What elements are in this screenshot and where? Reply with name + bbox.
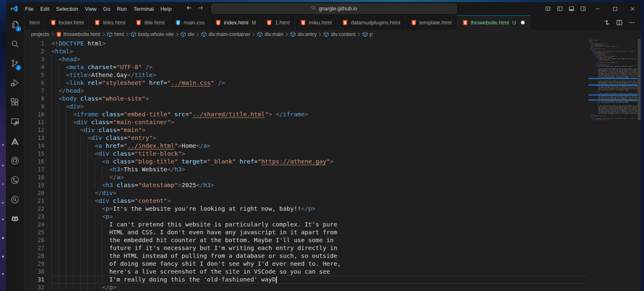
html5-icon (136, 19, 142, 26)
breadcrumb-item-div-content[interactable]: div.content (323, 31, 356, 37)
breadcrumb-item-div-main-container[interactable]: div.main-container (201, 31, 250, 37)
code-line[interactable]: 8<body class="whole-site"> (24, 95, 586, 103)
tab-title-html[interactable]: title.html (131, 15, 169, 30)
cube-icon (131, 31, 136, 37)
code-line[interactable]: 14<a href="../index.html">Home</a> (24, 142, 586, 150)
activity-bar: 12 (6, 15, 24, 291)
code-text: of doing some fancy shit I don't see why… (51, 260, 586, 268)
code-line[interactable]: 32</p> (24, 284, 586, 291)
menu-file[interactable]: File (22, 5, 37, 13)
tab-footer-html[interactable]: footer.html (45, 15, 90, 30)
activity-gitlens[interactable] (6, 171, 24, 190)
tab-main-css[interactable]: main.css (170, 15, 210, 30)
code-line[interactable]: 22<p>It's the website you're looking at … (24, 205, 586, 213)
menu-edit[interactable]: Edit (37, 5, 53, 13)
activity-code-search[interactable] (6, 190, 24, 210)
menu-view[interactable]: View (82, 5, 100, 13)
code-line[interactable]: 2<html> (24, 48, 586, 55)
back-arrow-icon[interactable] (186, 5, 194, 13)
toggle-primary-sidebar-icon[interactable] (554, 3, 566, 14)
breadcrumb-item-thiswebsite-html[interactable]: thiswebsite.html (56, 31, 100, 37)
tab-label: html (29, 19, 40, 26)
menu-terminal[interactable]: Terminal (130, 5, 157, 13)
activity-extensions[interactable] (6, 93, 24, 113)
breadcrumb-item-p[interactable]: p (362, 31, 373, 37)
code-line[interactable]: 6<link rel="stylesheet" href="../main.cs… (24, 79, 586, 87)
breadcrumb-item-div[interactable]: div (180, 31, 194, 37)
minimize-button[interactable] (589, 2, 606, 15)
code-line[interactable]: 15<div class="title-block"> (24, 150, 586, 158)
tab-1-html[interactable]: 1.html (261, 15, 295, 30)
customize-layout-icon[interactable] (542, 3, 554, 14)
activity-github[interactable] (6, 152, 24, 171)
code-line[interactable]: 20</div> (24, 189, 586, 197)
menu-run[interactable]: Run (114, 5, 130, 13)
close-button[interactable] (624, 2, 641, 15)
activity-explorer[interactable]: 1 (6, 15, 24, 35)
more-actions-icon[interactable] (625, 17, 638, 29)
code-line[interactable]: 23<p> (24, 213, 586, 221)
code-line[interactable]: 30here's a live screenshot of the site i… (24, 268, 586, 276)
fold-gutter (44, 158, 51, 166)
code-line[interactable]: 17<h3>This Website</h3> (24, 166, 586, 173)
run-and-debug-icon (10, 78, 20, 89)
toggle-panel-icon[interactable] (566, 3, 577, 14)
tab-template-html[interactable]: template.html (406, 15, 457, 30)
fold-gutter (44, 221, 51, 228)
tab-index-html[interactable]: index.htmlM (210, 15, 261, 30)
activity-run-and-debug[interactable] (6, 74, 24, 93)
tab-links-html[interactable]: links.html (89, 15, 131, 30)
fold-gutter (44, 71, 51, 79)
code-line[interactable]: 4<meta charset="UTF-8" /> (24, 63, 586, 71)
activity-remote-explorer[interactable] (6, 113, 24, 132)
minimap[interactable]: <!DOCTYPE html><html><head><meta charset… (588, 40, 637, 291)
code-line[interactable]: 29of doing some fancy shit I don't see w… (24, 260, 586, 268)
code-line[interactable]: 16<a class="blog-title" target="_blank" … (24, 158, 586, 166)
tab-html[interactable]: html (24, 15, 45, 30)
menu-help[interactable]: Help (157, 5, 175, 13)
breadcrumb-item-projects[interactable]: projects (31, 31, 49, 37)
code-line[interactable]: 13<div class="entry"> (24, 134, 586, 142)
activity-a-extension[interactable] (6, 132, 24, 152)
code-line[interactable]: 5<title>Athene.Gay</title> (24, 71, 586, 79)
breadcrumb-item-div-main[interactable]: div.main (257, 31, 283, 37)
breadcrumb-item-div-entry[interactable]: div.entry (290, 31, 317, 37)
code-line[interactable]: 3<head> (24, 55, 586, 63)
code-line[interactable]: 24I can't pretend this website is partic… (24, 221, 586, 228)
code-line[interactable]: 19<h3 class="datestamp">2025</h3> (24, 181, 586, 189)
maximize-button[interactable] (606, 2, 624, 15)
code-line[interactable]: 12<div class="main"> (24, 126, 586, 134)
code-line[interactable]: 10<iframe class="embed-title" src="../sh… (24, 111, 586, 118)
code-line[interactable]: 9<div> (24, 103, 586, 111)
code-line[interactable]: 25HTML and CSS. I don't even have any ja… (24, 228, 586, 236)
tab-thiswebsite-html[interactable]: thiswebsite.htmlU (457, 15, 530, 30)
breadcrumb-item-body-whole-site[interactable]: body.whole-site (131, 31, 174, 37)
activity-godot-tools[interactable] (6, 210, 24, 229)
editor-scrollbar[interactable] (638, 39, 641, 120)
tab-miku-html[interactable]: miku.html (295, 15, 337, 30)
fold-gutter (44, 236, 51, 244)
activity-search[interactable] (6, 35, 24, 54)
code-line[interactable]: 1<!DOCTYPE html> (24, 40, 586, 48)
cube-icon (290, 31, 296, 37)
forward-arrow-icon[interactable] (197, 5, 206, 13)
toggle-secondary-sidebar-icon[interactable] (577, 3, 589, 14)
code-line[interactable]: 21<div class="content"> (24, 197, 586, 205)
code-line[interactable]: 31I'm really doing this the 'old-fashion… (24, 276, 586, 284)
menu-selection[interactable]: Selection (53, 5, 81, 13)
command-center-search[interactable]: gnargle.github.io (211, 4, 457, 14)
fold-gutter (44, 284, 51, 291)
code-line[interactable]: 18</a> (24, 173, 586, 181)
code-line[interactable]: 27future if it's necessary but I'm writi… (24, 244, 586, 252)
activity-source-control[interactable]: 2 (6, 54, 24, 74)
tab-dalamudplugins-html[interactable]: dalamudplugins.html (337, 15, 405, 30)
breadcrumb-item-html[interactable]: html (107, 31, 124, 37)
code-editor[interactable]: 1<!DOCTYPE html>2<html>3<head>4<meta cha… (24, 39, 641, 291)
open-changes-icon[interactable] (600, 17, 613, 29)
split-editor-icon[interactable] (613, 17, 625, 29)
menu-go[interactable]: Go (100, 5, 114, 13)
code-line[interactable]: 26the embedded hit counter at the bottom… (24, 236, 586, 244)
code-line[interactable]: 28the HTML instead of pulling from a dat… (24, 252, 586, 260)
code-line[interactable]: 11<div class="main-container"> (24, 118, 586, 126)
code-line[interactable]: 7</head> (24, 87, 586, 95)
